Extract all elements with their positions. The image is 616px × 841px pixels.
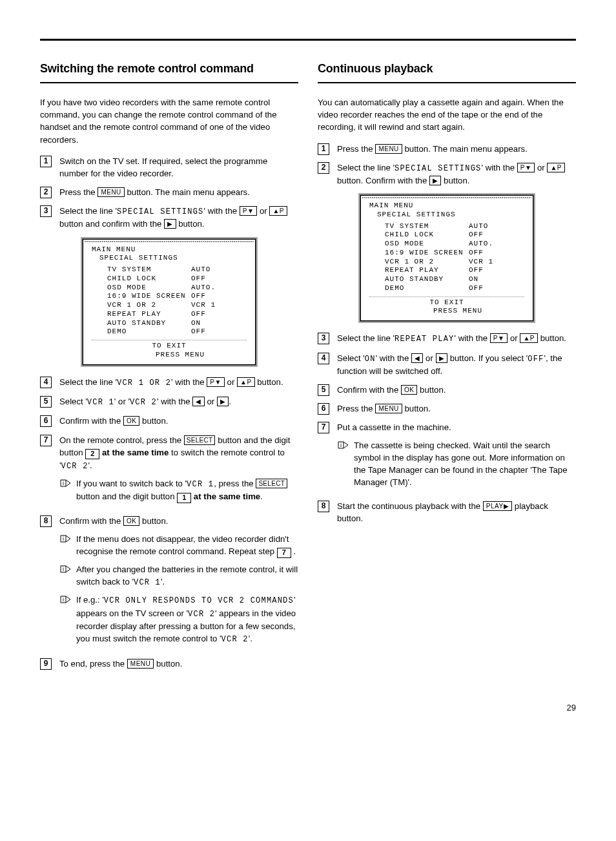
- menu-button: MENU: [127, 659, 154, 669]
- right-button: ▶: [164, 219, 176, 229]
- step-num: 8: [40, 515, 52, 527]
- p-down-button: P▼: [490, 333, 508, 343]
- svg-text:i: i: [340, 442, 342, 448]
- svg-text:i: i: [63, 596, 64, 603]
- section-title-right: Continuous playback: [318, 60, 576, 77]
- step-num: 9: [40, 658, 52, 670]
- digit-1: 1: [177, 493, 191, 503]
- osd-screen: MAIN MENU SPECIAL SETTINGS TV SYSTEMAUTO…: [82, 238, 256, 366]
- p-up-button: ▲P: [237, 377, 255, 387]
- menu-button: MENU: [98, 187, 124, 197]
- step-ref-7: 7: [277, 548, 291, 558]
- step-num: 7: [40, 435, 52, 446]
- info-icon: i: [59, 479, 71, 488]
- page-top-rule: [40, 39, 576, 41]
- step-body: Confirm with the OK button.: [337, 384, 576, 396]
- intro-left: If you have two video recorders with the…: [40, 96, 298, 146]
- info-icon: i: [337, 441, 349, 450]
- intro-right: You can automatically play a cassette ag…: [318, 96, 576, 133]
- menu-button: MENU: [375, 404, 402, 413]
- note-body: If e.g.: 'VCR ONLY RESPONDS TO VCR 2 COM…: [76, 594, 298, 645]
- right-button: ▶: [436, 353, 448, 363]
- right-column: Continuous playback You can automaticall…: [318, 60, 576, 676]
- svg-text:i: i: [63, 480, 64, 486]
- step-body: Put a cassette in the machine. i The cas…: [337, 421, 576, 493]
- step-body: Confirm with the OK button.: [59, 415, 298, 427]
- osd-screen: MAIN MENU SPECIAL SETTINGS TV SYSTEMAUTO…: [360, 194, 534, 322]
- step-body: Select the line 'SPECIAL SETTINGS' with …: [59, 205, 298, 231]
- ok-button: OK: [401, 385, 417, 395]
- step-body: To end, press the MENU button.: [59, 658, 298, 670]
- step-body: Start the continuous playback with the P…: [337, 500, 576, 524]
- info-icon: i: [59, 595, 71, 604]
- step-num: 7: [318, 422, 329, 433]
- ok-button: OK: [123, 416, 139, 426]
- p-up-button: ▲P: [520, 333, 538, 343]
- step-num: 2: [40, 187, 52, 198]
- step-num: 6: [318, 403, 329, 415]
- step-body: On the remote control, press the SELECT …: [59, 434, 298, 509]
- menu-button: MENU: [375, 144, 402, 154]
- p-down-button: P▼: [207, 377, 225, 387]
- note-body: If you want to switch back to 'VCR 1, pr…: [76, 477, 298, 503]
- step-num: 4: [318, 353, 329, 364]
- left-column: Switching the remote control command If …: [40, 60, 298, 676]
- digit-2: 2: [85, 449, 99, 459]
- left-button: ◀: [411, 353, 424, 363]
- info-icon: i: [59, 534, 71, 543]
- p-down-button: P▼: [517, 163, 535, 172]
- step-body: Select the line 'VCR 1 OR 2' with the P▼…: [59, 376, 298, 389]
- step-body: Select 'VCR 1' or 'VCR 2' with the ◀ or …: [59, 395, 298, 408]
- p-down-button: P▼: [240, 206, 258, 216]
- step-body: Switch on the TV set. If required, selec…: [59, 155, 298, 180]
- step-body: Select 'ON' with the ◀ or ▶ button. If y…: [337, 352, 576, 378]
- p-up-button: ▲P: [269, 206, 287, 216]
- step-num: 6: [40, 415, 52, 427]
- step-num: 8: [318, 501, 329, 512]
- step-num: 4: [40, 377, 52, 388]
- step-num: 1: [318, 143, 329, 155]
- page-number: 29: [40, 702, 576, 714]
- svg-text:i: i: [63, 535, 64, 542]
- right-button: ▶: [429, 176, 442, 185]
- step-num: 3: [318, 333, 329, 344]
- select-button: SELECT: [184, 435, 216, 445]
- note-body: The cassette is being checked. Wait unti…: [354, 439, 576, 489]
- step-body: Press the MENU button. The main menu app…: [337, 143, 576, 155]
- step-body: Press the MENU button.: [337, 402, 576, 415]
- play-button: PLAY▶: [483, 501, 512, 511]
- svg-text:i: i: [63, 566, 64, 572]
- left-button: ◀: [192, 397, 205, 406]
- select-button: SELECT: [256, 479, 287, 488]
- note-body: After you changed the batteries in the r…: [76, 563, 298, 589]
- step-body: Select the line 'SPECIAL SETTINGS' with …: [337, 161, 576, 187]
- step-body: Confirm with the OK button. i If the men…: [59, 515, 298, 650]
- step-num: 3: [40, 205, 52, 217]
- right-button: ▶: [217, 397, 229, 406]
- section-title-left: Switching the remote control command: [40, 60, 298, 77]
- p-up-button: ▲P: [547, 163, 565, 172]
- step-num: 5: [40, 396, 52, 408]
- info-icon: i: [59, 565, 71, 574]
- step-body: Press the MENU button. The main menu app…: [59, 186, 298, 198]
- note-body: If the menu does not disappear, the vide…: [76, 533, 298, 558]
- step-num: 5: [318, 384, 329, 396]
- step-num: 1: [40, 156, 52, 167]
- step-body: Select the line 'REPEAT PLAY' with the P…: [337, 332, 576, 345]
- ok-button: OK: [123, 516, 139, 526]
- step-num: 2: [318, 162, 329, 174]
